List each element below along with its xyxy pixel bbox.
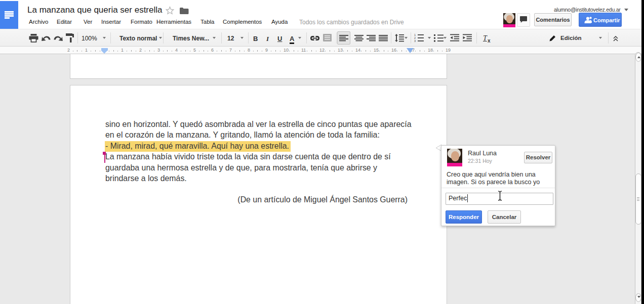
svg-text:3: 3	[414, 39, 416, 42]
